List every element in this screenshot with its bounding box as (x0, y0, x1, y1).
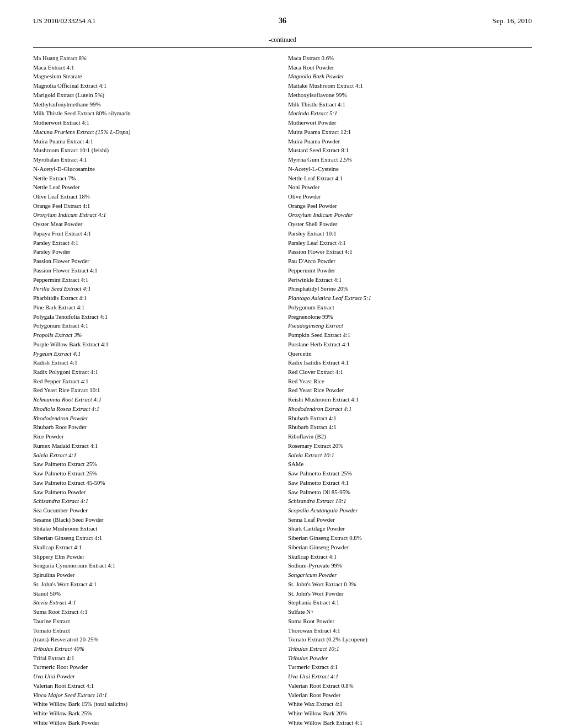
list-item: Spirulina Powder (33, 570, 271, 580)
list-item: Red Yeast Rice Powder (288, 386, 532, 395)
list-item: Parsley Extract 10:1 (288, 229, 532, 238)
right-column: Maca Extract 0.6%Maca Root PowderMagnoli… (282, 53, 532, 728)
list-item: Pseudoginseng Extract (288, 321, 532, 330)
list-item: Saw Palmetto Extract 4:1 (288, 478, 532, 488)
list-item: Riboflavin (B2) (288, 432, 532, 441)
list-item: Passion Flower Extract 4:1 (33, 266, 271, 275)
list-item: Saw Palmetto Extract 45-50% (33, 478, 271, 488)
list-item: Milk Thistle Extract 4:1 (288, 100, 532, 109)
list-item: Stevia Extract 4:1 (33, 598, 271, 607)
list-item: Shitake Mushroom Extract (33, 524, 271, 533)
list-item: Skullcap Extract 4:1 (288, 552, 532, 561)
list-item: Papaya Fruit Extract 4:1 (33, 229, 271, 238)
list-item: Valerian Root Powder (288, 690, 532, 700)
list-item: Perilla Seed Extract 4:1 (33, 284, 271, 293)
list-item: Oyster Meat Powder (33, 220, 271, 229)
list-item: Skullcap Extract 4:1 (33, 543, 271, 552)
list-item: Tomato Extract (33, 626, 271, 635)
list-item: Methoxyisoflavone 99% (288, 90, 532, 100)
list-item: Songaricum Powder (288, 570, 532, 580)
list-item: Polygonum Extract (288, 303, 532, 312)
page-number: 36 (279, 17, 286, 25)
list-item: Saw Palmetto Extract 25% (33, 459, 271, 469)
list-item: Saw Palmetto Oil 85-95% (288, 488, 532, 497)
list-item: Ma Huang Extract 8% (33, 53, 271, 63)
list-item: Nettle Leaf Powder (33, 183, 271, 192)
list-item: Salvia Extract 10:1 (288, 451, 532, 460)
list-item: Rumex Madaid Extract 4:1 (33, 441, 271, 451)
list-item: Nettle Leaf Extract 4:1 (288, 174, 532, 183)
list-item: Pau D'Arco Powder (288, 256, 532, 266)
list-item: Radish Extract 4:1 (33, 358, 271, 367)
list-item: Myrobalan Extract 4:1 (33, 155, 271, 164)
list-item: Sesame (Black) Seed Powder (33, 515, 271, 524)
list-item: Saw Palmetto Extract 25% (33, 469, 271, 478)
list-item: Taurine Extract (33, 617, 271, 626)
list-item: Shark Cartilage Powder (288, 524, 532, 533)
list-item: Olive Powder (288, 192, 532, 201)
list-item: Parsley Powder (33, 247, 271, 256)
list-item: St. John's Wort Powder (288, 589, 532, 598)
list-item: Salvia Extract 4:1 (33, 451, 271, 460)
list-item: Marigold Extract (Lutein 5%) (33, 90, 271, 100)
divider (33, 47, 532, 48)
list-item: White Willow Bark Extract 4:1 (288, 718, 532, 727)
list-item: Motherwort Extract 4:1 (33, 118, 271, 127)
list-item: Morinda Extract 5:1 (288, 109, 532, 118)
list-item: Schizandra Extract 10:1 (288, 496, 532, 506)
list-item: Trifal Extract 4:1 (33, 654, 271, 663)
list-item: Red Yeast Rice (288, 377, 532, 386)
list-item: Peppermint Powder (288, 266, 532, 275)
list-item: Siberian Ginseng Extract 0.8% (288, 533, 532, 543)
list-item: Sea Cucumber Powder (33, 506, 271, 515)
list-item: Phosphatidyl Serine 20% (288, 284, 532, 293)
list-item: Oyster Shell Powder (288, 220, 532, 229)
list-item: Methylsufonylmethane 99% (33, 100, 271, 109)
list-item: White Willow Bark 15% (total salicins) (33, 699, 271, 709)
list-item: Rehmannia Root Extract 4:1 (33, 395, 271, 404)
list-item: Muira Puama Powder (288, 137, 532, 146)
list-item: Scopolia Acutangula Powder (288, 506, 532, 515)
list-item: Rosemary Extract 20% (288, 441, 532, 451)
header-row: US 2010/0233254 A1 36 Sep. 16, 2010 (33, 17, 532, 25)
list-item: Rhodiola Rosea Extract 4:1 (33, 404, 271, 414)
list-item: N-Acetyl-L-Cysteine (288, 164, 532, 174)
list-item: Magnolia Officinal Extract 4:1 (33, 81, 271, 90)
list-item: Propolis Extract 3% (33, 330, 271, 340)
list-item: Rhododendron Extract 4:1 (288, 404, 532, 414)
list-item: Maitake Mushroom Extract 4:1 (288, 81, 532, 90)
list-item: Valerian Root Extract 4:1 (33, 681, 271, 690)
list-item: Stephania Extract 4:1 (288, 598, 532, 607)
list-item: Pine Bark Extract 4:1 (33, 303, 271, 312)
list-item: Senna Leaf Powder (288, 515, 532, 524)
list-item: Motherwort Powder (288, 118, 532, 127)
list-item: Rice Powder (33, 432, 271, 441)
list-item: Oroxylum Indicum Powder (288, 210, 532, 220)
list-item: White Willow Bark 20% (288, 709, 532, 718)
list-item: Uva Ursi Powder (33, 672, 271, 681)
list-item: St. John's Wort Extract 0.3% (288, 580, 532, 589)
list-item: Maca Extract 0.6% (288, 53, 532, 63)
list-item: Red Clover Extract 4:1 (288, 367, 532, 377)
list-item: Orange Peel Powder (288, 201, 532, 211)
list-item: Plantago Asiatica Leaf Extract 5:1 (288, 293, 532, 303)
list-item: Radix Isatidis Extract 4:1 (288, 358, 532, 367)
list-item: Quercetin (288, 349, 532, 358)
list-item: Rhubarb Extract 4:1 (288, 422, 532, 432)
list-item: Thorowax Extract 4:1 (288, 626, 532, 635)
list-item: Saw Palmetto Powder (33, 488, 271, 497)
list-item: Muira Puama Extract 4:1 (33, 137, 271, 146)
list-item: Sodium-Pyruvate 99% (288, 561, 532, 570)
list-item: (trans)-Resveratrol 20-25% (33, 635, 271, 644)
list-item: Schizandra Extract 4:1 (33, 496, 271, 506)
list-item: Olive Leaf Extract 18% (33, 192, 271, 201)
list-item: Muira Puama Extract 12:1 (288, 127, 532, 137)
list-item: Tomato Extract (0.2% Lycopene) (288, 635, 532, 644)
list-item: Parsley Leaf Extract 4:1 (288, 238, 532, 248)
list-item: Polygala Tenoifolia Extract 4:1 (33, 312, 271, 322)
list-item: Orange Peel Extract 4:1 (33, 201, 271, 211)
list-item: Oroxylum Indicum Extract 4:1 (33, 210, 271, 220)
list-item: Pharbitidis Extract 4:1 (33, 293, 271, 303)
list-item: Suma Root Extract 4:1 (33, 607, 271, 617)
list-item: White Willow Bark Powder (33, 718, 271, 727)
